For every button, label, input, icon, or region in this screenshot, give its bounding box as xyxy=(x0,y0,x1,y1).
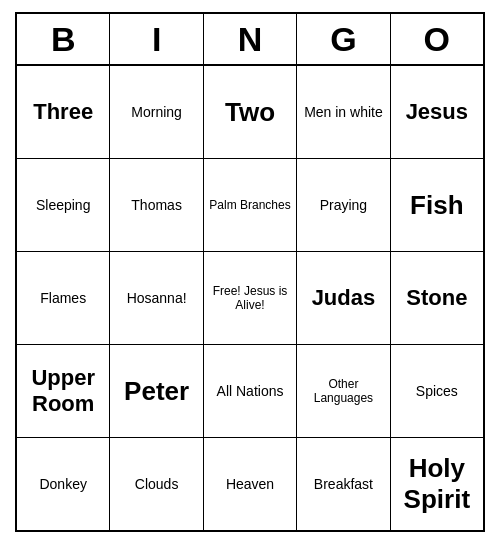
bingo-cell: Thomas xyxy=(110,159,203,251)
bingo-body: ThreeMorningTwoMen in whiteJesusSleeping… xyxy=(17,66,483,530)
bingo-cell: Men in white xyxy=(297,66,390,158)
bingo-cell: Donkey xyxy=(17,438,110,530)
bingo-cell: Sleeping xyxy=(17,159,110,251)
bingo-cell: Palm Branches xyxy=(204,159,297,251)
header-letter: B xyxy=(17,14,110,64)
bingo-cell: Other Languages xyxy=(297,345,390,437)
header-letter: G xyxy=(297,14,390,64)
bingo-cell: Heaven xyxy=(204,438,297,530)
header-letter: O xyxy=(391,14,483,64)
bingo-cell: Stone xyxy=(391,252,483,344)
bingo-cell: Peter xyxy=(110,345,203,437)
bingo-cell: Flames xyxy=(17,252,110,344)
header-letter: N xyxy=(204,14,297,64)
bingo-cell: All Nations xyxy=(204,345,297,437)
bingo-row: DonkeyCloudsHeavenBreakfastHoly Spirit xyxy=(17,438,483,530)
bingo-cell: Praying xyxy=(297,159,390,251)
bingo-card: BINGO ThreeMorningTwoMen in whiteJesusSl… xyxy=(15,12,485,532)
bingo-cell: Judas xyxy=(297,252,390,344)
header-letter: I xyxy=(110,14,203,64)
bingo-cell: Upper Room xyxy=(17,345,110,437)
bingo-cell: Three xyxy=(17,66,110,158)
bingo-header: BINGO xyxy=(17,14,483,66)
bingo-cell: Two xyxy=(204,66,297,158)
bingo-row: FlamesHosanna!Free! Jesus is Alive!Judas… xyxy=(17,252,483,345)
bingo-row: SleepingThomasPalm BranchesPrayingFish xyxy=(17,159,483,252)
bingo-cell: Jesus xyxy=(391,66,483,158)
bingo-row: ThreeMorningTwoMen in whiteJesus xyxy=(17,66,483,159)
bingo-cell: Hosanna! xyxy=(110,252,203,344)
bingo-row: Upper RoomPeterAll NationsOther Language… xyxy=(17,345,483,438)
bingo-cell: Spices xyxy=(391,345,483,437)
bingo-cell: Morning xyxy=(110,66,203,158)
bingo-cell: Clouds xyxy=(110,438,203,530)
bingo-cell: Breakfast xyxy=(297,438,390,530)
bingo-cell: Fish xyxy=(391,159,483,251)
bingo-cell: Free! Jesus is Alive! xyxy=(204,252,297,344)
bingo-cell: Holy Spirit xyxy=(391,438,483,530)
